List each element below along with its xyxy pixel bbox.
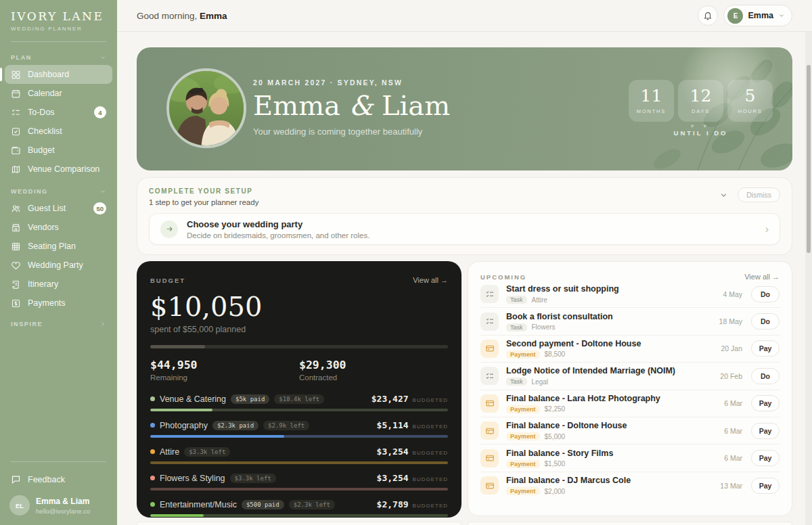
category-name: Venue & Catering: [160, 394, 226, 404]
left-chip: $2.9k left: [263, 421, 309, 430]
stat-remaining: $44,950 Remaining: [150, 359, 299, 382]
setup-card: COMPLETE YOUR SETUP 1 step to get your p…: [137, 177, 792, 255]
sidebar-profile[interactable]: EL Emma & Liam hello@ivorylane.co: [0, 490, 117, 518]
pay-button[interactable]: Pay: [751, 423, 780, 439]
budgeted-label: BUDGETED: [413, 424, 448, 430]
pay-button[interactable]: Pay: [751, 478, 780, 494]
budget-card-label: BUDGET: [150, 277, 185, 284]
collapse-chevron-icon[interactable]: [719, 191, 728, 200]
sidebar-item-guest-list[interactable]: Guest List 50: [5, 199, 112, 218]
upcoming-item[interactable]: Final balance - Doltone House Payment$5,…: [480, 417, 780, 444]
hero-banner: 20 MARCH 2027 · SYDNEY, NSW Emma & Liam …: [137, 47, 792, 170]
sidebar-item-label: Guest List: [28, 204, 66, 213]
countdown-days: 12 DAYS: [678, 80, 723, 122]
stat-contracted: $29,300 Contracted: [299, 359, 448, 382]
user-menu[interactable]: E Emma: [723, 5, 792, 26]
sidebar-item-wedding-party[interactable]: Wedding Party: [5, 256, 112, 275]
stat-label: Contracted: [299, 373, 448, 382]
left-chip: $3.3k left: [184, 447, 230, 457]
sidebar-item-todos[interactable]: To-Dos 4: [5, 103, 112, 122]
countdown-unit: HOURS: [738, 108, 762, 114]
category-amount: $5,114: [377, 420, 409, 430]
budget-progress-fill: [150, 345, 205, 348]
upcoming-item[interactable]: Lodge Notice of Intended Marriage (NOIM)…: [480, 363, 780, 390]
category-amount: $2,789: [377, 499, 409, 509]
chat-bubble-icon: [11, 474, 21, 484]
category-name: Photography: [160, 421, 208, 430]
heart-icon: [11, 260, 21, 271]
user-name: Emma: [748, 11, 773, 20]
app-name: IVORY LANE: [11, 9, 106, 23]
pay-button[interactable]: Pay: [751, 395, 780, 411]
chevron-right-icon: ›: [765, 223, 769, 235]
setup-subtitle: 1 step to get your planner ready: [149, 198, 258, 206]
section-inspire-header[interactable]: INSPIRE: [0, 315, 117, 332]
task-icon: [480, 313, 499, 331]
guest-count-badge: 50: [93, 202, 106, 214]
do-button[interactable]: Do: [751, 286, 780, 302]
item-amount: $8,500: [545, 350, 566, 358]
step-title: Choose your wedding party: [187, 219, 369, 229]
countdown-months: 11 MONTHS: [629, 80, 674, 122]
dollar-icon: [11, 298, 21, 309]
budget-category-entertainment[interactable]: Entertainment/Music $500 paid $2.3k left…: [150, 499, 448, 517]
category-bar: [150, 514, 448, 517]
upcoming-item[interactable]: Final balance - Lara Hotz Photography Pa…: [480, 390, 780, 417]
upcoming-item[interactable]: Final balance - DJ Marcus Cole Payment$2…: [480, 472, 780, 499]
dismiss-button[interactable]: Dismiss: [738, 187, 780, 202]
category-dot: [150, 476, 155, 480]
wedding-date-location: 20 MARCH 2027 · SYDNEY, NSW: [253, 78, 450, 87]
setup-step-wedding-party[interactable]: Choose your wedding party Decide on brid…: [149, 213, 780, 245]
item-category: Attire: [532, 296, 547, 304]
scrollbar-track[interactable]: [805, 32, 812, 525]
profile-name: Emma & Liam: [36, 497, 90, 506]
countdown-caption: UNTIL I DO: [629, 129, 773, 137]
budget-category-venue[interactable]: Venue & Catering $5k paid $18.4k left $2…: [150, 394, 448, 411]
hearts-decoration: · ♥ ♥ ·: [629, 123, 773, 129]
upcoming-item[interactable]: Final balance - Story Films Payment$1,50…: [480, 444, 780, 472]
budget-view-all-link[interactable]: View all →: [413, 276, 448, 284]
pay-button[interactable]: Pay: [751, 450, 780, 466]
notifications-button[interactable]: [698, 5, 718, 26]
section-plan-header[interactable]: PLAN: [0, 49, 117, 65]
sidebar-item-vendors[interactable]: Vendors: [5, 218, 112, 237]
upcoming-card-label: UPCOMING: [480, 273, 526, 281]
left-chip: $18.4k left: [274, 394, 324, 404]
budget-category-photography[interactable]: Photography $2.3k paid $2.9k left $5,114…: [150, 420, 448, 438]
sidebar-item-budget[interactable]: Budget: [5, 141, 112, 160]
do-button[interactable]: Do: [751, 313, 780, 329]
countdown-value: 11: [641, 87, 662, 104]
budget-category-flowers[interactable]: Flowers & Styling $3.3k left $3,254BUDGE…: [150, 473, 448, 490]
pay-button[interactable]: Pay: [751, 340, 780, 357]
upcoming-item[interactable]: Second payment - Doltone House Payment$8…: [480, 336, 780, 363]
upcoming-item[interactable]: Book a florist consultation TaskFlowers …: [480, 308, 780, 335]
section-wedding-header[interactable]: WEDDING: [0, 183, 117, 199]
budget-category-attire[interactable]: Attire $3.3k left $3,254BUDGETED: [150, 447, 448, 464]
sidebar-item-seating-plan[interactable]: Seating Plan: [5, 237, 112, 256]
chevron-down-icon: [99, 54, 106, 61]
feedback-button[interactable]: Feedback: [0, 469, 117, 490]
arrow-right-icon: [160, 221, 178, 238]
todos-icon: [11, 108, 21, 118]
task-icon: [480, 367, 499, 385]
sidebar-item-dashboard[interactable]: Dashboard: [5, 65, 112, 84]
sidebar-item-label: Vendors: [28, 223, 59, 232]
scrollbar-thumb[interactable]: [807, 65, 811, 253]
sidebar-item-calendar[interactable]: Calendar: [5, 84, 112, 103]
sidebar-item-label: Checklist: [28, 127, 62, 136]
countdown-value: 5: [745, 87, 756, 104]
sidebar-item-payments[interactable]: Payments: [5, 294, 112, 313]
sidebar-item-checklist[interactable]: Checklist: [5, 122, 112, 141]
sidebar-item-itinerary[interactable]: Itinerary: [5, 275, 112, 294]
upcoming-item[interactable]: Start dress or suit shopping TaskAttire …: [480, 281, 780, 308]
couple-photo: [166, 68, 246, 148]
next-card-left-edge: [137, 522, 461, 525]
sidebar-item-venue-comparison[interactable]: Venue Comparison: [5, 160, 112, 179]
section-label: INSPIRE: [11, 321, 43, 327]
item-date: 6 Mar: [724, 399, 742, 407]
upcoming-view-all-link[interactable]: View all →: [744, 273, 780, 281]
do-button[interactable]: Do: [751, 368, 780, 384]
sidebar-item-label: Budget: [28, 145, 55, 155]
left-chip: $2.3k left: [289, 500, 335, 509]
total-spent: $10,050: [150, 292, 448, 321]
